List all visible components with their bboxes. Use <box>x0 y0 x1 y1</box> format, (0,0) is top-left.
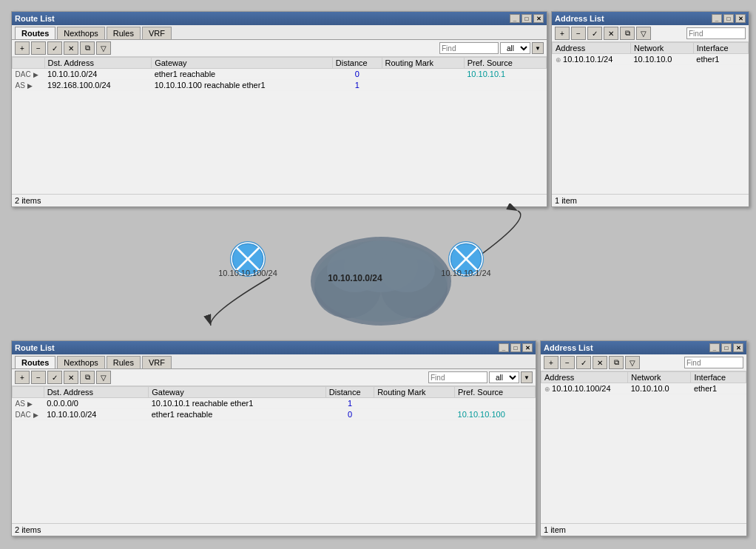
tab-vrf-bottom[interactable]: VRF <box>142 356 172 368</box>
bottom-address-row[interactable]: ⊕ 10.10.10.100/24 10.10.10.0 ether1 <box>541 383 746 394</box>
addr-check-button-top[interactable]: ✓ <box>587 27 602 40</box>
copy-button-top[interactable]: ⧉ <box>80 41 95 55</box>
top-route-list-window: Route List _ □ ✕ Routes Nexthops Rules V… <box>11 11 547 207</box>
dropdown-arrow-top[interactable]: ▼ <box>532 42 544 54</box>
addr-cross-button-bottom[interactable]: ✕ <box>593 356 607 369</box>
addr-maximize-button-bottom[interactable]: □ <box>721 343 732 352</box>
search-input-bottom[interactable] <box>428 371 487 383</box>
filter-button-bottom[interactable]: ▽ <box>96 371 111 384</box>
check-button-top[interactable]: ✓ <box>47 41 62 55</box>
col-network-bottom[interactable]: Network <box>628 372 691 383</box>
col-routing-mark-b[interactable]: Routing Mark <box>374 387 455 398</box>
addr-maximize-button-top[interactable]: □ <box>723 14 734 23</box>
bottom-address-list-title: Address List <box>544 343 593 352</box>
bottom-route-row[interactable]: AS ▶ 0.0.0.0/0 10.10.10.1 reachable ethe… <box>13 398 536 409</box>
tab-nexthops-bottom[interactable]: Nexthops <box>57 356 104 368</box>
addr-add-button-bottom[interactable]: + <box>544 356 558 369</box>
maximize-button-bottom[interactable]: □ <box>510 343 521 352</box>
route-gateway-cell: 10.10.10.100 reachable ether1 <box>152 80 333 91</box>
addr-close-button-bottom[interactable]: ✕ <box>733 343 743 352</box>
remove-button-bottom[interactable]: − <box>31 371 46 384</box>
top-address-list-toolbar: + − ✓ ✕ ⧉ ▽ <box>552 25 749 42</box>
bottom-route-status: 2 items <box>12 523 536 536</box>
close-button[interactable]: ✕ <box>533 14 544 23</box>
addr-search-input-top[interactable] <box>686 27 746 39</box>
maximize-button[interactable]: □ <box>522 14 532 23</box>
col-interface-top[interactable]: Interface <box>693 43 748 54</box>
col-dst-b[interactable]: Dst. Address <box>44 387 149 398</box>
top-address-table: Address Network Interface ⊕ 10.10.10.1/2… <box>552 42 749 65</box>
bottom-route-tbody: AS ▶ 0.0.0.0/0 10.10.10.1 reachable ethe… <box>13 398 536 420</box>
top-route-row[interactable]: AS ▶ 192.168.100.0/24 10.10.10.100 reach… <box>13 80 547 91</box>
col-interface-bottom[interactable]: Interface <box>691 372 746 383</box>
col-pref-source-b[interactable]: Pref. Source <box>455 387 536 398</box>
col-distance[interactable]: Distance <box>332 58 382 69</box>
route-pref-cell-b: 10.10.10.100 <box>455 409 536 420</box>
addr-filter-button-bottom[interactable]: ▽ <box>625 356 640 369</box>
tab-routes-bottom[interactable]: Routes <box>15 356 55 368</box>
top-route-row[interactable]: DAC ▶ 10.10.10.0/24 ether1 reachable 0 1… <box>13 69 547 80</box>
left-router-label: 10.10.10.100/24 <box>218 269 277 277</box>
col-dst[interactable]: Dst. Address <box>44 58 152 69</box>
search-input-top[interactable] <box>439 42 499 54</box>
addr-filter-button-top[interactable]: ▽ <box>636 27 651 40</box>
addr-remove-button-top[interactable]: − <box>571 27 586 40</box>
route-dst-cell: 192.168.100.0/24 <box>44 80 152 91</box>
col-network-top[interactable]: Network <box>631 43 694 54</box>
top-address-list-window: Address List _ □ ✕ + − ✓ ✕ ⧉ ▽ Address N… <box>551 11 749 207</box>
close-button-bottom[interactable]: ✕ <box>522 343 533 352</box>
route-dst-cell: 10.10.10.0/24 <box>44 69 152 80</box>
add-button-bottom[interactable]: + <box>15 371 30 384</box>
bottom-route-row[interactable]: DAC ▶ 10.10.10.0/24 ether1 reachable 0 1… <box>13 409 536 420</box>
bottom-route-list-tabs: Routes Nexthops Rules VRF <box>12 354 536 369</box>
minimize-button-bottom[interactable]: _ <box>499 343 509 352</box>
filter-dropdown-bottom[interactable]: all <box>489 371 519 383</box>
remove-button-top[interactable]: − <box>31 41 46 55</box>
addr-add-button-top[interactable]: + <box>555 27 570 40</box>
col-address-bottom[interactable]: Address <box>541 372 628 383</box>
dropdown-arrow-bottom[interactable]: ▼ <box>521 371 533 383</box>
tab-rules-bottom[interactable]: Rules <box>107 356 141 368</box>
addr-minimize-button-bottom[interactable]: _ <box>709 343 720 352</box>
top-address-list-titlebar: Address List _ □ ✕ <box>552 12 749 25</box>
bottom-route-list-window: Route List _ □ ✕ Routes Nexthops Rules V… <box>11 340 536 536</box>
addr-check-button-bottom[interactable]: ✓ <box>576 356 591 369</box>
top-address-tbody: ⊕ 10.10.10.1/24 10.10.10.0 ether1 <box>553 54 749 65</box>
col-pref-source[interactable]: Pref. Source <box>464 58 546 69</box>
cross-button-bottom[interactable]: ✕ <box>64 371 78 384</box>
cross-button-top[interactable]: ✕ <box>64 41 78 55</box>
addr-search-input-bottom[interactable] <box>684 357 743 368</box>
bottom-route-list-titlebar: Route List _ □ ✕ <box>12 341 536 354</box>
tab-nexthops-top[interactable]: Nexthops <box>57 27 104 39</box>
addr-cross-button-top[interactable]: ✕ <box>604 27 618 40</box>
addr-minimize-button-top[interactable]: _ <box>712 14 722 23</box>
addr-copy-button-bottom[interactable]: ⧉ <box>609 356 624 369</box>
addr-close-button-top[interactable]: ✕ <box>735 14 746 23</box>
top-address-row[interactable]: ⊕ 10.10.10.1/24 10.10.10.0 ether1 <box>553 54 749 65</box>
filter-dropdown-top[interactable]: all <box>500 42 530 54</box>
tab-rules-top[interactable]: Rules <box>107 27 141 39</box>
col-gateway-b[interactable]: Gateway <box>149 387 326 398</box>
addr-remove-button-bottom[interactable]: − <box>560 356 575 369</box>
minimize-button[interactable]: _ <box>510 14 520 23</box>
col-gateway[interactable]: Gateway <box>152 58 333 69</box>
addr-network-cell-b: 10.10.10.0 <box>628 383 691 394</box>
bottom-address-list-toolbar: + − ✓ ✕ ⧉ ▽ <box>541 354 746 371</box>
copy-button-bottom[interactable]: ⧉ <box>80 371 95 384</box>
tab-vrf-top[interactable]: VRF <box>142 27 172 39</box>
col-distance-b[interactable]: Distance <box>325 387 374 398</box>
bottom-address-list-window: Address List _ □ ✕ + − ✓ ✕ ⧉ ▽ Address N… <box>540 340 747 536</box>
top-route-table: Dst. Address Gateway Distance Routing Ma… <box>12 57 547 91</box>
col-type <box>13 58 45 69</box>
bottom-address-table-container: Address Network Interface ⊕ 10.10.10.100… <box>541 371 746 523</box>
top-address-list-title: Address List <box>555 14 604 23</box>
addr-copy-button-top[interactable]: ⧉ <box>620 27 635 40</box>
add-button-top[interactable]: + <box>15 41 30 55</box>
filter-button-top[interactable]: ▽ <box>96 41 111 55</box>
col-address-top[interactable]: Address <box>553 43 631 54</box>
check-button-bottom[interactable]: ✓ <box>47 371 62 384</box>
col-routing-mark[interactable]: Routing Mark <box>382 58 464 69</box>
tab-routes-top[interactable]: Routes <box>15 27 55 39</box>
route-gateway-cell-b: 10.10.10.1 reachable ether1 <box>149 398 326 409</box>
top-route-list-tabs: Routes Nexthops Rules VRF <box>12 25 547 40</box>
